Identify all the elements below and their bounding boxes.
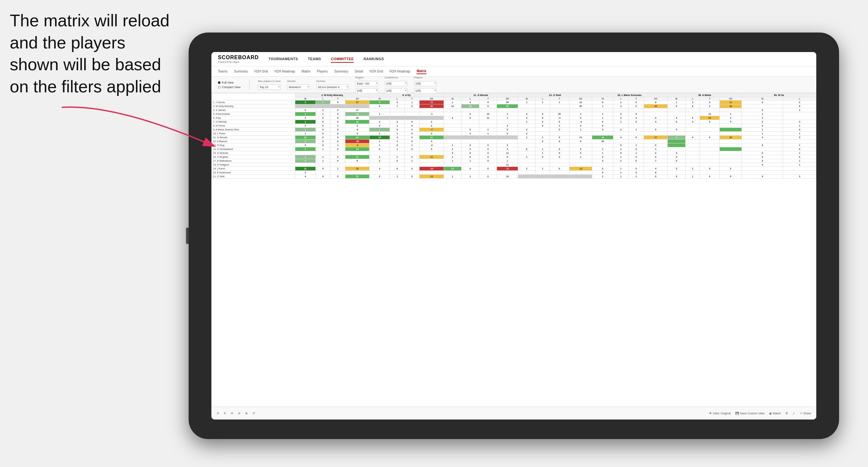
compact-view-dot	[218, 86, 220, 89]
table-row: 20. E Andersson 2	[212, 171, 816, 175]
player-name: 15. H Stranda	[212, 151, 295, 155]
nav-tournaments[interactable]: TOURNAMENTS	[269, 56, 298, 63]
subnav-detail[interactable]: Detail	[355, 69, 363, 74]
subnav-matrix2[interactable]: Matrix	[416, 69, 426, 74]
nav-teams[interactable]: TEAMS	[308, 56, 321, 63]
sub-w2: W	[369, 97, 390, 100]
col-header-ady: 6. A Dy	[369, 93, 443, 97]
sub-l1: L	[315, 97, 331, 100]
table-row: 15. H Stranda 0 0 0 11	[212, 151, 816, 155]
table-row: 16. X Mcgaha 2 1 0 11 3 1 0 11 1 0 0 0 1	[212, 155, 816, 159]
view-radio-group: Full View Compact View	[218, 81, 241, 89]
undo-button[interactable]: ↺	[217, 412, 219, 415]
toolbar-right: 👁 View: Original 💾 Save Custom View ◉ Wa…	[709, 412, 811, 415]
bottom-toolbar: ↺ ↻ ⟳ ⊖ ⊕ ⏱ 👁 View: Original 💾 Save Cust…	[211, 406, 816, 419]
player-name: 9. A Maria Jimenez Rios	[212, 128, 295, 132]
zoom-in-button[interactable]: ⊕	[245, 412, 248, 415]
table-row: 19. J Karrh 31 0 1 19 4 0 0 -20 13 0 0 -…	[212, 167, 816, 171]
redo-button[interactable]: ↻	[224, 412, 226, 415]
player-name: 10. L Perini	[212, 132, 295, 135]
player-col-header	[212, 93, 295, 100]
watch-button[interactable]: ◉ Watch	[769, 412, 781, 415]
share-label: Share	[803, 412, 811, 415]
subnav-summary2[interactable]: Summary	[334, 69, 348, 74]
col-header-za: 60. W Za	[742, 93, 816, 97]
player-name: 21. O Stoll	[212, 175, 295, 179]
zoom-out-button[interactable]: ⊖	[238, 412, 241, 415]
matrix-table: 2. M Kelly Mulcahy 6. A Dy 11. G Woods 2…	[211, 93, 816, 179]
max-players-label: Max players in view	[258, 80, 281, 83]
save-custom-button[interactable]: 💾 Save Custom View	[735, 412, 765, 415]
more-button[interactable]: ⚙	[785, 412, 788, 415]
subnav-teams[interactable]: Teams	[218, 69, 227, 74]
table-row: 17. D Ballesteros 3 1 0 6 2 0 1 1 1 0 1	[212, 159, 816, 163]
region-select[interactable]: East - DII	[355, 81, 378, 86]
table-row: 13. N Klug 0 0 1 -2 1 0 1 -2 1 0 0 3	[212, 144, 816, 147]
sub-dif4: Dif	[569, 97, 592, 100]
division-select[interactable]: NCAA Division II NCAA Division I	[316, 85, 349, 90]
sub-w4: W	[518, 97, 536, 100]
view-original-label: View: Original	[713, 412, 731, 415]
region-sub-select[interactable]: (All)	[355, 88, 378, 93]
player-name: 2. M Kelly Mulcahy	[212, 104, 295, 108]
refresh-button[interactable]: ⟳	[231, 412, 234, 415]
subnav-h2h-grid[interactable]: H2H Grid	[254, 69, 268, 74]
col-header-woods: 11. G Woods	[443, 93, 518, 97]
player-name: 1. J Garcia	[212, 100, 295, 104]
save-custom-label: Save Custom View	[740, 412, 765, 415]
sub-w1: W	[295, 97, 315, 100]
subnav-summary[interactable]: Summary	[234, 69, 248, 74]
player-name: 20. E Andersson	[212, 171, 295, 175]
players-sub-select-wrapper: (All)	[414, 87, 437, 93]
conference-select[interactable]: (All)	[385, 81, 407, 86]
division-label: Division	[316, 80, 349, 83]
logo-area: SCOREBOARD Powered by clippd	[218, 55, 259, 63]
sub-t2: T	[405, 97, 420, 100]
compact-view-radio[interactable]: Compact View	[218, 86, 241, 89]
sub-t5: T	[629, 97, 644, 100]
max-players-select[interactable]: Top 25 Top 10 Top 50	[258, 85, 281, 90]
sub-dif5: Dif	[644, 97, 668, 100]
player-name: 16. X Mcgaha	[212, 155, 295, 159]
share-button[interactable]: ↗ Share	[800, 412, 811, 415]
subnav-h2h-heatmap[interactable]: H2H Heatmap	[275, 69, 295, 74]
subnav-h2h-heatmap2[interactable]: H2H Heatmap	[390, 69, 410, 74]
conference-select-wrapper: (All)	[385, 80, 407, 86]
subnav-players[interactable]: Players	[317, 69, 328, 74]
gender-label: Gender	[287, 80, 310, 83]
players-filter: Players (All) (All)	[414, 76, 437, 93]
sub-w6: W	[668, 97, 686, 100]
gender-select[interactable]: Women's Men's	[287, 85, 310, 90]
filter-bar: Full View Compact View Max players in vi…	[211, 77, 816, 93]
matrix-area[interactable]: 2. M Kelly Mulcahy 6. A Dy 11. G Woods 2…	[211, 93, 816, 406]
annotation-text: The matrix will reload and the players s…	[10, 10, 173, 98]
sub-l4: L	[536, 97, 550, 100]
subnav-h2h-grid2[interactable]: H2H Grid	[369, 69, 383, 74]
full-view-radio[interactable]: Full View	[218, 81, 241, 84]
expand-button[interactable]: ⤢	[793, 412, 795, 415]
sub-l5: L	[613, 97, 629, 100]
watch-label: Watch	[773, 412, 781, 415]
sub-t4: T	[550, 97, 569, 100]
player-name: 12. A Bianchi	[212, 139, 295, 144]
subnav-matrix[interactable]: Matrix	[302, 69, 310, 74]
view-original-button[interactable]: 👁 View: Original	[709, 412, 731, 415]
division-filter: Division NCAA Division II NCAA Division …	[316, 80, 349, 90]
player-name: 3. S Jelinek	[212, 108, 295, 112]
nav-committee[interactable]: COMMITTEE	[331, 56, 354, 63]
conference-sub-select[interactable]: (All)	[385, 88, 407, 93]
tablet-screen: SCOREBOARD Powered by clippd TOURNAMENTS…	[211, 52, 816, 419]
logo-subtitle: Powered by clippd	[218, 61, 259, 63]
division-select-wrapper: NCAA Division II NCAA Division I	[316, 84, 349, 90]
player-name: 19. J Karrh	[212, 167, 295, 171]
player-name: 14. S Srichantamit	[212, 147, 295, 151]
sub-dif2: Dif	[420, 97, 443, 100]
clock-button[interactable]: ⏱	[252, 412, 255, 415]
players-select[interactable]: (All)	[414, 81, 437, 86]
sub-l3: L	[462, 97, 479, 100]
sub-l7: L	[783, 97, 816, 100]
nav-rankings[interactable]: RANKINGS	[364, 56, 384, 63]
col-header-mulcahy: 2. M Kelly Mulcahy	[295, 93, 369, 97]
players-sub-select[interactable]: (All)	[414, 88, 437, 93]
max-players-filter: Max players in view Top 25 Top 10 Top 50	[258, 80, 281, 90]
